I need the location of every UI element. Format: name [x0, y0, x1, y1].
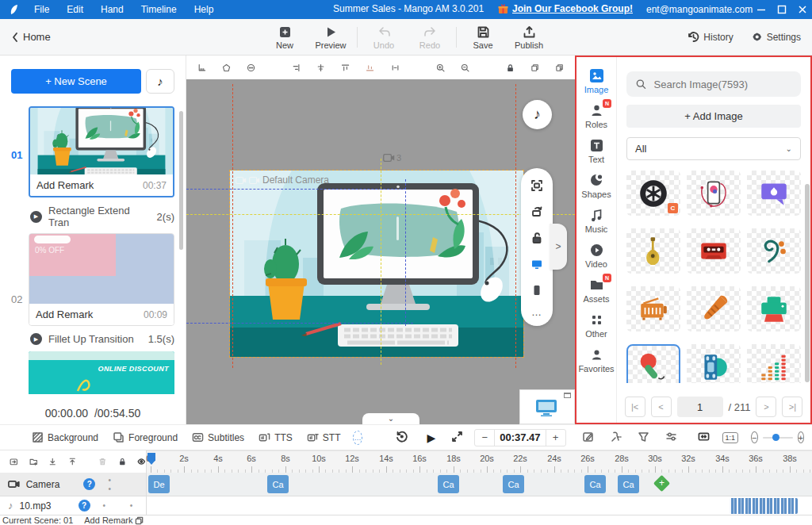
lock-track-icon[interactable] — [118, 456, 127, 467]
camera-3-marker[interactable]: 3 — [383, 153, 401, 163]
replay-button[interactable] — [396, 431, 408, 445]
time-increase-button[interactable]: + — [546, 431, 565, 443]
tab-text[interactable]: Text — [576, 136, 616, 166]
assets-scrollbar[interactable] — [805, 184, 810, 382]
play-button[interactable]: ▶ — [427, 431, 435, 444]
time-decrease-button[interactable]: − — [475, 431, 494, 443]
delete-icon[interactable] — [98, 456, 107, 467]
actual-size-button[interactable]: 1:1 — [722, 432, 739, 443]
fit-width-button[interactable] — [698, 431, 710, 445]
copy-icon[interactable] — [530, 62, 539, 74]
zoom-slider-handle[interactable] — [772, 434, 779, 441]
image-thumb-microphone[interactable] — [626, 344, 680, 383]
lock-icon[interactable] — [506, 62, 515, 74]
mini-preview-window[interactable] — [519, 389, 575, 424]
menu-help[interactable]: Help — [186, 4, 223, 15]
image-thumb-chat-bubble[interactable] — [747, 171, 801, 216]
panel-collapse-handle[interactable]: > — [550, 224, 567, 270]
help-icon[interactable]: ? — [83, 478, 95, 490]
transition-row-2[interactable]: ▶ Fillet Up Transition 1.5(s) — [30, 333, 174, 345]
new-button[interactable]: New — [262, 25, 308, 50]
track-options-dots[interactable]: • • — [108, 476, 146, 493]
tab-image[interactable]: Image — [576, 67, 616, 96]
camera-clip[interactable]: Ca — [267, 475, 289, 493]
camera-clip[interactable]: De — [148, 475, 170, 493]
prev-page-button[interactable]: < — [651, 397, 672, 417]
audio-waveform-clip[interactable] — [730, 498, 798, 514]
scene-remark-2[interactable]: Add Remark — [36, 308, 93, 320]
image-thumb-phone-music[interactable] — [687, 171, 741, 216]
minimize-button[interactable] — [756, 5, 766, 14]
image-thumb-guitar[interactable] — [626, 228, 680, 274]
tab-roles[interactable]: N Roles — [576, 102, 616, 131]
facebook-promo-link[interactable]: Join Our Facebook Group! — [498, 3, 633, 14]
image-thumb-printer[interactable] — [747, 286, 801, 331]
transition-row-1[interactable]: ▶ Rectangle Extend Tran 2(s) — [30, 205, 174, 228]
scene-remark-1[interactable]: Add Remark — [36, 179, 94, 191]
image-thumb-tire[interactable]: C — [626, 171, 680, 216]
undo-button[interactable]: Undo — [361, 25, 407, 50]
maximize-button[interactable] — [777, 5, 787, 14]
scene-audio-button[interactable]: ♪ — [523, 100, 552, 129]
first-page-button[interactable]: |< — [625, 397, 645, 417]
scene-canvas[interactable] — [230, 171, 523, 357]
camera-lane[interactable]: De Ca Ca Ca Ca Ca + — [147, 473, 812, 496]
add-image-button[interactable]: + Add Image — [626, 105, 801, 128]
scene-card-1[interactable]: Add Remark 00:37 — [29, 106, 174, 197]
search-input[interactable] — [653, 78, 792, 91]
tab-video[interactable]: Video — [576, 241, 616, 270]
tts-button[interactable]: TTS — [259, 431, 293, 443]
menu-hand[interactable]: Hand — [92, 4, 132, 15]
image-thumb-radio[interactable] — [626, 286, 680, 331]
tab-assets[interactable]: N Assets — [576, 276, 616, 305]
move-into-group-icon[interactable] — [10, 456, 18, 467]
preview-button[interactable]: Preview — [308, 25, 354, 50]
add-keyframe-button[interactable]: + — [653, 475, 670, 492]
last-page-button[interactable]: >| — [782, 397, 802, 417]
timeline-zoom-slider[interactable] — [763, 437, 793, 439]
rotate-icon[interactable] — [530, 205, 543, 218]
home-button[interactable]: Home — [11, 31, 51, 43]
history-button[interactable]: History — [688, 31, 733, 43]
align-top-icon[interactable] — [341, 62, 350, 74]
tab-music[interactable]: Music — [576, 206, 616, 236]
menu-file[interactable]: File — [25, 4, 58, 15]
account-email[interactable]: ent@mangoanimate.com — [646, 4, 753, 15]
move-down-icon[interactable] — [48, 456, 57, 467]
subtitles-button[interactable]: Subtitles — [192, 431, 244, 443]
image-search-box[interactable] — [626, 71, 801, 97]
more-tools-button[interactable]: … — [353, 431, 362, 445]
foreground-button[interactable]: Foreground — [113, 431, 178, 443]
camera-clip[interactable]: Ca — [438, 475, 459, 493]
default-camera-label[interactable]: Default Camera — [236, 174, 329, 186]
align-bottom-icon[interactable] — [366, 62, 374, 74]
background-button[interactable]: Background — [32, 431, 98, 443]
menu-timeline[interactable]: Timeline — [132, 4, 186, 15]
scene-panel-scrollbar[interactable] — [179, 111, 183, 250]
timeline-ruler[interactable]: 0s 2s 4s 6s 8s 10s 12s 14s 16s 18s 20s 2… — [147, 450, 812, 473]
tab-favorites[interactable]: Favorites — [576, 346, 616, 375]
new-scene-button[interactable]: + New Scene — [11, 69, 141, 94]
track-options-dots[interactable]: • • — [103, 501, 144, 510]
settings-button[interactable]: Settings — [751, 31, 801, 43]
visibility-icon[interactable] — [137, 456, 146, 467]
keyframe-record-icon[interactable] — [582, 431, 594, 445]
zoom-in-icon[interactable] — [436, 62, 445, 74]
more-canvas-tools-icon[interactable]: … — [531, 310, 542, 315]
fit-screen-icon[interactable] — [530, 179, 543, 192]
unlock-icon[interactable] — [530, 232, 543, 244]
image-thumb-bass-clef[interactable] — [747, 228, 801, 274]
filter-icon[interactable] — [638, 431, 649, 445]
zoom-out-icon[interactable] — [461, 62, 469, 74]
help-icon[interactable]: ? — [79, 500, 90, 512]
add-group-icon[interactable] — [29, 456, 38, 467]
image-thumb-film-reel[interactable] — [687, 344, 741, 383]
landscape-mode-icon[interactable] — [530, 258, 543, 270]
camera-clip[interactable]: Ca — [503, 475, 524, 493]
scene-card-2[interactable]: 0% OFF Add Remark 00:09 — [29, 233, 174, 326]
audio-lane[interactable] — [147, 496, 812, 515]
image-category-dropdown[interactable]: All ⌄ — [626, 137, 801, 160]
image-thumb-cassette[interactable] — [687, 228, 741, 274]
image-thumb-equalizer[interactable] — [747, 344, 801, 383]
copy-remark-icon[interactable] — [135, 516, 144, 525]
